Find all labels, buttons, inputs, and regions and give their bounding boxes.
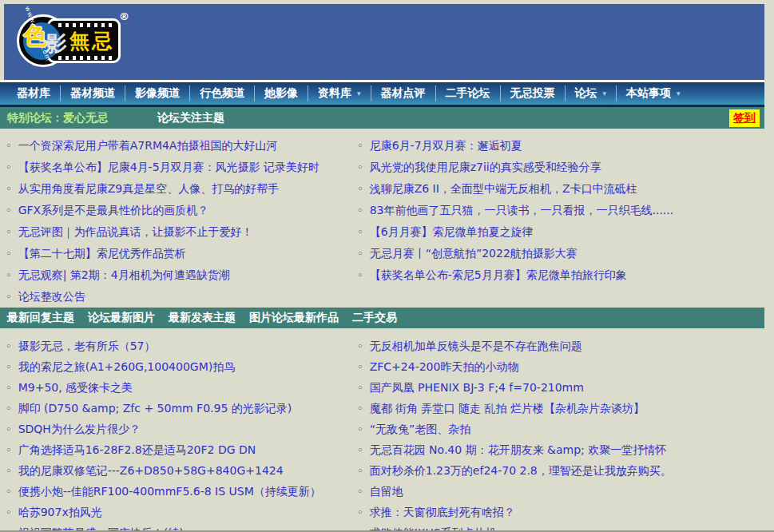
topic-link[interactable]: 魔都 街角 弄堂口 随走 乱拍 烂片楼【杂机杂片杂谈坊】 xyxy=(370,402,645,415)
topic-link[interactable]: 【获奖名单公布】尼康4月-5月双月赛：风光摄影 记录美好时 xyxy=(18,161,320,173)
topic-link[interactable]: 无忌评图｜为作品说真话，让摄影不止于爱好！ xyxy=(18,225,253,238)
topic-link[interactable]: 哈苏907x拍风光 xyxy=(18,506,102,518)
topic-list-item: ◦“无敌兔”老图、杂拍 xyxy=(357,419,764,439)
topic-list-item: ◦魔都 街角 弄堂口 随走 乱拍 烂片楼【杂机杂片杂谈坊】 xyxy=(357,398,764,419)
nav-item-label: 器材频道 xyxy=(70,86,115,101)
topic-link[interactable]: 一个资深索尼用户带着A7RM4A拍摄祖国的大好山河 xyxy=(18,139,278,152)
special-forum-bar: 特别论坛：爱心无忌 论坛关注主题 签到 xyxy=(0,107,764,129)
nav-item[interactable]: 器材频道 xyxy=(60,85,125,101)
topic-link[interactable]: 【获奖名单公布-索尼5月月赛】索尼微单拍旅行印象 xyxy=(370,268,627,281)
topic-list-item: ◦面对秒杀价1.23万的ef24-70 2.8，理智还是让我放弃购买。 xyxy=(357,460,764,481)
bullet-icon: ◦ xyxy=(357,269,363,281)
topic-list-item: ◦无忌观察| 第2期：4月相机为何遭遇缺货潮 xyxy=(6,264,351,286)
bullet-icon: ◦ xyxy=(6,248,12,260)
nav-item[interactable]: 本站事项 ▾ xyxy=(616,85,690,101)
logo-char-se: 色 xyxy=(23,20,47,53)
topic-link[interactable]: 摄影无忌，老有所乐（57） xyxy=(18,339,156,352)
topic-link[interactable]: 我的索尼之旅(A1+260G,100400GM)拍鸟 xyxy=(18,360,236,373)
topic-list-item: ◦SDQH为什么发片很少？ xyxy=(6,419,351,439)
topic-link[interactable]: 广角选择适马16-28F2.8还是适马20F2 DG DN xyxy=(18,443,256,456)
nav-item-label: 器材点评 xyxy=(381,86,426,101)
nav-item[interactable]: 资料库 ▾ xyxy=(308,85,371,101)
topic-link[interactable]: 脚印 (D750 &amp; Zfc + 50mm F0.95 的光影记录) xyxy=(18,402,292,415)
topic-link[interactable]: 无忌百花园 No.40 期：花开朋友来 &amp; 欢聚一堂抒情怀 xyxy=(370,443,667,456)
bullet-icon: ◦ xyxy=(6,161,12,173)
nav-item[interactable]: 论坛 ▾ xyxy=(565,85,617,101)
topic-list-item: ◦ZFC+24-200昨天拍的小动物 xyxy=(357,356,764,377)
latest-tab[interactable]: 图片论坛最新作品 xyxy=(249,311,339,325)
topic-link[interactable]: “无敌兔”老图、杂拍 xyxy=(370,423,471,435)
topic-link[interactable]: 我的尼康双修笔记---Z6+D850+58G+840G+1424 xyxy=(18,464,284,477)
bullet-icon: ◦ xyxy=(6,444,12,456)
page: www.xitek.com 色 影 無忌 ® 器材库 器材频道 影像频道 xyxy=(0,4,774,532)
topic-link[interactable]: 从实用角度看尼康Z9真是星空、人像、打鸟的好帮手 xyxy=(18,182,280,195)
topic-link[interactable]: 求推：天窗彻底封死有啥招？ xyxy=(370,506,515,518)
topic-link[interactable]: 无反相机加单反镜头是不是不存在跑焦问题 xyxy=(370,339,582,352)
latest-topics-left-column: ◦摄影无忌，老有所乐（57） ◦我的索尼之旅(A1+260G,100400GM)… xyxy=(0,335,351,532)
latest-topics-right-column: ◦无反相机加单反镜头是不是不存在跑焦问题 ◦ZFC+24-200昨天拍的小动物 … xyxy=(351,335,764,532)
topic-link[interactable]: SDQH为什么发片很少？ xyxy=(18,423,141,435)
forum-focus-topics-link[interactable]: 论坛关注主题 xyxy=(157,111,224,125)
topic-link[interactable]: 尼康6月-7月双月赛：邂逅初夏 xyxy=(370,139,522,152)
topic-link[interactable]: 浅聊尼康Z6 II，全面型中端无反相机，Z卡口中流砥柱 xyxy=(370,182,637,195)
topic-link[interactable]: 国产凤凰 PHENIX BJ-3 F;4 f=70-210mm xyxy=(370,381,584,394)
topic-list-item: ◦我的索尼之旅(A1+260G,100400GM)拍鸟 xyxy=(6,356,351,377)
topic-link[interactable]: 风光党的我使用尼康z7ii的真实感受和经验分享 xyxy=(370,161,601,173)
latest-topics-section: ◦摄影无忌，老有所乐（57） ◦我的索尼之旅(A1+260G,100400GM)… xyxy=(0,328,764,532)
bullet-icon: ◦ xyxy=(6,506,12,518)
registered-trademark-icon: ® xyxy=(119,10,129,22)
bullet-icon: ◦ xyxy=(357,486,363,498)
topic-link[interactable]: 自留地 xyxy=(370,485,403,498)
topic-list-item: ◦尼康6月-7月双月赛：邂逅初夏 xyxy=(357,135,764,157)
topic-list-item: ◦83年前他画了五只猫，一只读书，一只看报，一只织毛线...... xyxy=(357,200,764,221)
featured-topics-right-column: ◦尼康6月-7月双月赛：邂逅初夏 ◦风光党的我使用尼康z7ii的真实感受和经验分… xyxy=(351,135,764,308)
bullet-icon: ◦ xyxy=(357,403,363,415)
bullet-icon: ◦ xyxy=(6,226,12,238)
nav-item[interactable]: 影像频道 xyxy=(125,85,189,101)
bullet-icon: ◦ xyxy=(357,423,363,435)
topic-list-item: ◦【获奖名单公布-索尼5月月赛】索尼微单拍旅行印象 xyxy=(357,264,764,286)
nav-item[interactable]: 她影像 xyxy=(254,85,308,101)
topic-link[interactable]: 面对秒杀价1.23万的ef24-70 2.8，理智还是让我放弃购买。 xyxy=(370,464,672,477)
topic-link[interactable]: GFX系列是不是最具性价比的画质机？ xyxy=(18,204,209,216)
topic-link[interactable]: 无忌月赛丨“创意航拍”2022航拍摄影大赛 xyxy=(370,247,578,260)
topic-link[interactable]: M9+50, 感受徕卡之美 xyxy=(18,381,133,394)
topic-list-item: ◦自留地 xyxy=(357,481,764,502)
topic-list-item: ◦无反相机加单反镜头是不是不存在跑焦问题 xyxy=(357,335,764,356)
topic-link[interactable]: 便携小炮--佳能RF100-400mmF5.6-8 IS USM（持续更新） xyxy=(18,485,321,498)
topic-link[interactable]: 论坛整改公告 xyxy=(18,290,85,303)
nav-item[interactable]: 无忌投票 xyxy=(500,85,565,101)
bullet-icon: ◦ xyxy=(6,382,12,394)
nav-item-label: 本站事项 xyxy=(626,86,671,101)
bullet-icon: ◦ xyxy=(6,183,12,195)
chevron-down-icon: ▾ xyxy=(603,89,607,97)
bullet-icon: ◦ xyxy=(6,465,12,477)
nav-item[interactable]: 行色频道 xyxy=(189,85,254,101)
latest-tab[interactable]: 二手交易 xyxy=(352,311,397,325)
topic-list-item: ◦我的尼康双修笔记---Z6+D850+58G+840G+1424 xyxy=(6,460,351,481)
bullet-icon: ◦ xyxy=(357,140,363,152)
topic-link[interactable]: 【第二十七期】索尼优秀作品赏析 xyxy=(18,247,186,260)
nav-item-label: 她影像 xyxy=(264,86,298,101)
topic-list-item: ◦脚印 (D750 &amp; Zfc + 50mm F0.95 的光影记录) xyxy=(6,398,351,419)
nav-item[interactable]: 器材库 xyxy=(7,85,60,101)
special-forum-link[interactable]: 特别论坛：爱心无忌 xyxy=(7,111,108,125)
topic-link[interactable]: 无忌观察| 第2期：4月相机为何遭遇缺货潮 xyxy=(18,268,230,281)
bullet-icon: ◦ xyxy=(6,486,12,498)
latest-tab[interactable]: 论坛最新图片 xyxy=(88,311,155,325)
site-logo[interactable]: www.xitek.com 色 影 無忌 ® xyxy=(17,12,129,73)
topic-link[interactable]: 【6月月赛】索尼微单拍夏之旋律 xyxy=(370,225,534,238)
nav-item[interactable]: 二手论坛 xyxy=(435,85,500,101)
bullet-icon: ◦ xyxy=(6,204,12,216)
nav-item[interactable]: 器材点评 xyxy=(371,85,435,101)
topic-link[interactable]: 83年前他画了五只猫，一只读书，一只看报，一只织毛线...... xyxy=(370,204,674,216)
topic-link[interactable]: ZFC+24-200昨天拍的小动物 xyxy=(370,360,519,373)
latest-tab[interactable]: 最新发表主题 xyxy=(169,311,236,325)
topic-list-item: ◦便携小炮--佳能RF100-400mmF5.6-8 IS USM（持续更新） xyxy=(6,481,351,502)
topic-list-item: ◦一个资深索尼用户带着A7RM4A拍摄祖国的大好山河 xyxy=(6,135,351,157)
logo-chars-wuji: 無忌 xyxy=(69,28,114,54)
latest-tab[interactable]: 最新回复主题 xyxy=(7,311,74,325)
nav-item-label: 无忌投票 xyxy=(510,86,555,101)
bullet-icon: ◦ xyxy=(357,204,363,216)
signin-button[interactable]: 签到 xyxy=(729,109,760,127)
